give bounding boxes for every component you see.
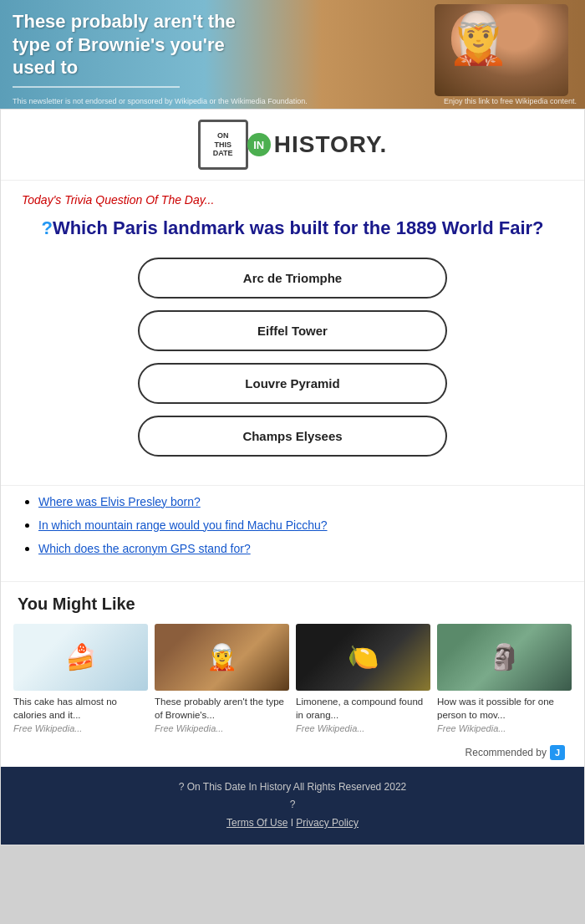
answer-option-3[interactable]: Louvre Pyramid: [138, 363, 447, 404]
recommendations-title: You Might Like: [13, 595, 572, 614]
hero-banner: These probably aren't the type of Browni…: [0, 0, 585, 109]
calendar-line1: ON: [217, 131, 229, 140]
logo-area: ON THIS DATE IN HISTORY.: [1, 110, 584, 181]
hero-illustration: [435, 4, 568, 96]
question-mark: ?: [41, 217, 52, 238]
rec-caption-3: Limonene, a compound found in orang...: [296, 695, 430, 722]
list-item: In which mountain range would you find M…: [38, 518, 563, 533]
hero-text-block: These probably aren't the type of Browni…: [13, 10, 247, 88]
calendar-line3: DATE: [213, 149, 233, 158]
rec-item-3[interactable]: 🍋 Limonene, a compound found in orang...…: [296, 624, 430, 733]
terms-link[interactable]: Terms Of Use: [226, 817, 287, 829]
main-card: ON THIS DATE IN HISTORY. Today's Trivia …: [0, 109, 585, 845]
hero-divider: [13, 86, 180, 88]
rec-grid: 🍰 This cake has almost no calories and i…: [13, 624, 572, 733]
rec-source-4: Free Wikipedia...: [437, 723, 572, 733]
trivia-label: Today's Trivia Question Of The Day...: [22, 193, 563, 207]
footer-links: Terms Of Use I Privacy Policy: [9, 814, 576, 833]
logo-history-text: HISTORY.: [274, 131, 388, 158]
logo-dot: .: [380, 131, 388, 157]
recommended-by-text: Recommended by: [465, 747, 547, 758]
logo-in-badge: IN: [247, 133, 271, 156]
trivia-question-text: Which Paris landmark was built for the 1…: [53, 217, 544, 238]
footer-separator: ?: [9, 796, 576, 814]
link-gps[interactable]: Which does the acronym GPS stand for?: [38, 542, 251, 555]
recommendations-section: You Might Like 🍰 This cake has almost no…: [1, 582, 584, 767]
footer-copyright: ? On This Date In History All Rights Res…: [9, 779, 576, 797]
hero-title: These probably aren't the type of Browni…: [13, 10, 247, 79]
calendar-line2: THIS: [214, 140, 231, 150]
rec-thumbnail-4: 🗿: [437, 624, 572, 691]
page-wrapper: These probably aren't the type of Browni…: [0, 0, 585, 845]
rec-source-1: Free Wikipedia...: [13, 723, 148, 733]
recommended-by-bar: Recommended by J: [13, 740, 572, 767]
logo-container: ON THIS DATE IN HISTORY.: [198, 120, 388, 170]
rec-source-3: Free Wikipedia...: [296, 723, 430, 733]
rec-thumbnail-2: 🧝: [155, 624, 289, 691]
footer: ? On This Date In History All Rights Res…: [1, 767, 584, 845]
rec-source-2: Free Wikipedia...: [155, 723, 289, 733]
link-elvis[interactable]: Where was Elvis Presley born?: [38, 495, 201, 508]
trivia-section: Today's Trivia Question Of The Day... ?W…: [1, 181, 584, 486]
footer-divider: I: [291, 817, 293, 829]
more-links-list: Where was Elvis Presley born? In which m…: [22, 494, 563, 556]
rec-item-1[interactable]: 🍰 This cake has almost no calories and i…: [13, 624, 148, 733]
answer-option-2[interactable]: Eiffel Tower: [138, 310, 447, 351]
list-item: Where was Elvis Presley born?: [38, 494, 563, 509]
rec-thumbnail-1: 🍰: [13, 624, 148, 691]
logo-calendar: ON THIS DATE: [198, 120, 248, 170]
rec-caption-2: These probably aren't the type of Browni…: [155, 695, 289, 722]
hero-disclaimer-right: Enjoy this link to free Wikipedia conten…: [444, 97, 577, 105]
rec-item-2[interactable]: 🧝 These probably aren't the type of Brow…: [155, 624, 289, 733]
rec-thumbnail-3: 🍋: [296, 624, 430, 691]
rec-caption-1: This cake has almost no calories and it.…: [13, 695, 148, 722]
link-machu-picchu[interactable]: In which mountain range would you find M…: [38, 518, 328, 532]
list-item: Which does the acronym GPS stand for?: [38, 541, 563, 556]
recommended-badge: J: [550, 745, 565, 760]
hero-disclaimer-left: This newsletter is not endorsed or spons…: [13, 97, 308, 105]
answer-option-4[interactable]: Champs Elysees: [138, 416, 447, 457]
rec-caption-4: How was it possible for one person to mo…: [437, 695, 572, 722]
rec-item-4[interactable]: 🗿 How was it possible for one person to …: [437, 624, 572, 733]
trivia-question: ?Which Paris landmark was built for the …: [22, 217, 563, 241]
more-links-section: Where was Elvis Presley born? In which m…: [1, 486, 584, 582]
privacy-link[interactable]: Privacy Policy: [296, 817, 359, 829]
answer-option-1[interactable]: Arc de Triomphe: [138, 258, 447, 299]
